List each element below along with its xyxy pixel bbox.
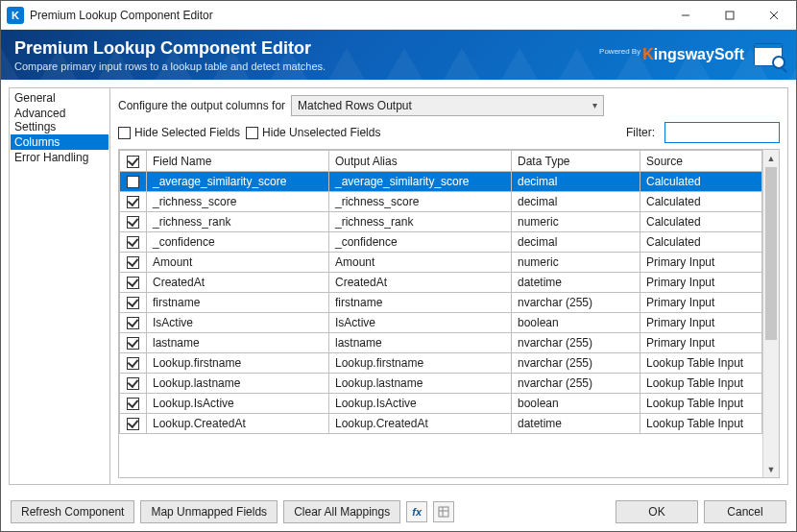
cell-output-alias: _richness_rank <box>329 212 512 232</box>
row-checkbox[interactable] <box>120 394 147 414</box>
cell-field-name: Lookup.lastname <box>147 374 329 394</box>
close-button[interactable] <box>752 1 796 30</box>
refresh-component-button[interactable]: Refresh Component <box>11 500 134 523</box>
cell-field-name: _confidence <box>147 232 329 253</box>
cancel-button[interactable]: Cancel <box>704 500 786 523</box>
banner-subtitle: Compare primary input rows to a lookup t… <box>14 60 326 72</box>
table-row[interactable]: CreatedAtCreatedAtdatetimePrimary Input <box>120 273 762 293</box>
row-checkbox[interactable] <box>120 212 147 232</box>
hide-unselected-checkbox[interactable]: Hide Unselected Fields <box>246 126 380 139</box>
checkbox-icon <box>127 337 139 350</box>
brand-powered: Powered By <box>599 47 640 56</box>
table-row[interactable]: IsActiveIsActivebooleanPrimary Input <box>120 313 762 333</box>
grid-icon-button[interactable] <box>433 501 454 522</box>
svg-rect-1 <box>726 12 734 19</box>
header-field-name[interactable]: Field Name <box>147 151 329 172</box>
minimize-button[interactable] <box>664 1 708 30</box>
row-checkbox[interactable] <box>120 374 147 394</box>
cell-field-name: Lookup.CreatedAt <box>147 414 329 434</box>
row-checkbox[interactable] <box>120 293 147 313</box>
checkbox-icon <box>246 127 258 139</box>
checkbox-icon <box>127 418 139 430</box>
cell-output-alias: Lookup.firstname <box>329 353 512 374</box>
output-select-value: Matched Rows Output <box>298 99 412 112</box>
output-config-row: Configure the output columns for Matched… <box>118 95 780 116</box>
row-checkbox[interactable] <box>120 273 147 293</box>
lookup-icon <box>754 43 783 66</box>
sidebar-item-advanced-settings[interactable]: Advanced Settings <box>11 106 109 134</box>
row-checkbox[interactable] <box>120 414 147 434</box>
row-checkbox[interactable] <box>120 333 147 353</box>
hide-unselected-label: Hide Unselected Fields <box>262 126 380 139</box>
checkbox-icon <box>127 317 139 329</box>
checkbox-icon <box>127 236 139 249</box>
cell-data-type: boolean <box>512 313 640 333</box>
header-output-alias[interactable]: Output Alias <box>329 151 512 172</box>
sidebar-item-general[interactable]: General <box>11 90 109 106</box>
header-data-type[interactable]: Data Type <box>512 151 640 172</box>
output-config-label: Configure the output columns for <box>118 99 285 112</box>
row-checkbox[interactable] <box>120 313 147 333</box>
table-row[interactable]: AmountAmountnumericPrimary Input <box>120 253 762 273</box>
cell-output-alias: _richness_score <box>329 192 512 212</box>
cell-data-type: decimal <box>512 172 640 192</box>
output-select[interactable]: Matched Rows Output ▾ <box>291 95 604 116</box>
titlebar: K Premium Lookup Component Editor <box>1 1 796 30</box>
cell-data-type: decimal <box>512 232 640 253</box>
cell-field-name: firstname <box>147 293 329 313</box>
table-row[interactable]: Lookup.lastnameLookup.lastnamenvarchar (… <box>120 374 762 394</box>
sidebar-item-columns[interactable]: Columns <box>11 134 109 150</box>
clear-all-mappings-button[interactable]: Clear All Mappings <box>283 500 400 523</box>
cell-field-name: CreatedAt <box>147 273 329 293</box>
cell-data-type: numeric <box>512 253 640 273</box>
filter-input[interactable] <box>664 122 780 143</box>
cell-data-type: datetime <box>512 273 640 293</box>
row-checkbox[interactable] <box>120 232 147 253</box>
table-row[interactable]: _richness_rank_richness_ranknumericCalcu… <box>120 212 762 232</box>
cell-source: Primary Input <box>640 253 762 273</box>
sidebar-item-error-handling[interactable]: Error Handling <box>11 150 109 165</box>
scroll-thumb[interactable] <box>765 167 777 340</box>
cell-source: Lookup Table Input <box>640 353 762 374</box>
footer: Refresh Component Map Unmapped Fields Cl… <box>1 493 796 531</box>
fx-icon-button[interactable]: fx <box>406 501 427 522</box>
hide-selected-checkbox[interactable]: Hide Selected Fields <box>118 126 240 139</box>
table-row[interactable]: Lookup.firstnameLookup.firstnamenvarchar… <box>120 353 762 374</box>
header-source[interactable]: Source <box>640 151 762 172</box>
row-checkbox[interactable] <box>120 353 147 374</box>
cell-field-name: _richness_score <box>147 192 329 212</box>
checkbox-icon <box>127 277 139 289</box>
brand: Powered By KingswaySoft <box>599 43 783 66</box>
cell-data-type: nvarchar (255) <box>512 353 640 374</box>
cell-output-alias: firstname <box>329 293 512 313</box>
row-checkbox[interactable] <box>120 192 147 212</box>
ok-button[interactable]: OK <box>616 500 698 523</box>
checkbox-icon <box>127 377 139 390</box>
cell-data-type: decimal <box>512 192 640 212</box>
scroll-down-icon[interactable]: ▼ <box>763 461 779 477</box>
row-checkbox[interactable] <box>120 253 147 273</box>
row-checkbox[interactable] <box>120 172 147 192</box>
svg-rect-4 <box>439 507 448 517</box>
map-unmapped-fields-button[interactable]: Map Unmapped Fields <box>140 500 278 523</box>
table-row[interactable]: Lookup.IsActiveLookup.IsActivebooleanLoo… <box>120 394 762 414</box>
table-row[interactable]: _average_similarity_score_average_simila… <box>120 172 762 192</box>
scroll-up-icon[interactable]: ▲ <box>763 150 779 166</box>
cell-field-name: IsActive <box>147 313 329 333</box>
header-check-all[interactable] <box>120 151 147 172</box>
table-row[interactable]: firstnamefirstnamenvarchar (255)Primary … <box>120 293 762 313</box>
table-row[interactable]: _confidence_confidencedecimalCalculated <box>120 232 762 253</box>
cell-output-alias: lastname <box>329 333 512 353</box>
table-row[interactable]: Lookup.CreatedAtLookup.CreatedAtdatetime… <box>120 414 762 434</box>
vertical-scrollbar[interactable]: ▲ ▼ <box>762 150 779 477</box>
cell-source: Calculated <box>640 192 762 212</box>
checkbox-icon <box>118 127 131 139</box>
maximize-button[interactable] <box>708 1 752 30</box>
table-row[interactable]: lastnamelastnamenvarchar (255)Primary In… <box>120 333 762 353</box>
checkbox-icon <box>127 216 139 229</box>
cell-data-type: nvarchar (255) <box>512 374 640 394</box>
table-row[interactable]: _richness_score_richness_scoredecimalCal… <box>120 192 762 212</box>
cell-source: Lookup Table Input <box>640 394 762 414</box>
cell-field-name: lastname <box>147 333 329 353</box>
main-panel: Configure the output columns for Matched… <box>110 87 788 485</box>
